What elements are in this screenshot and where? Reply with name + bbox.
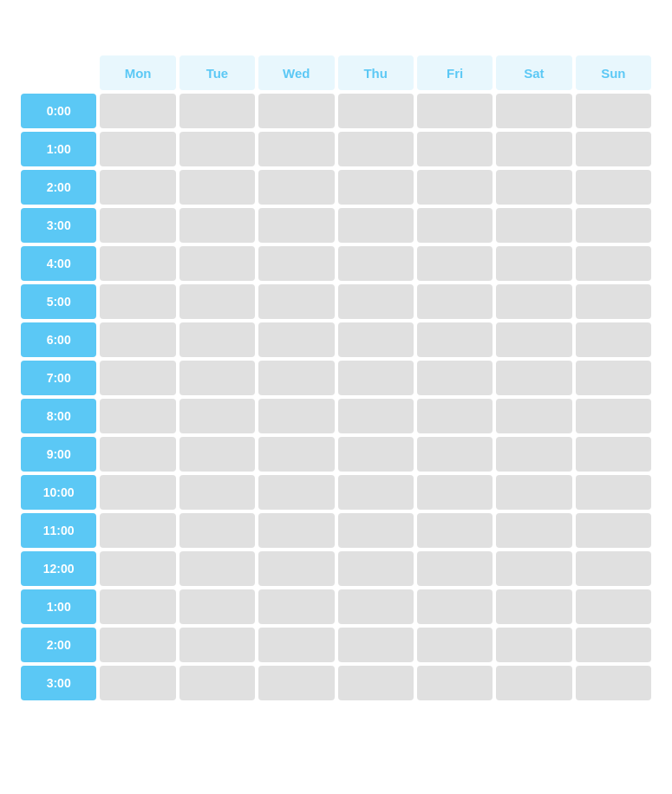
day-cell[interactable] (258, 361, 334, 395)
day-cell[interactable] (100, 322, 175, 357)
day-cell[interactable] (417, 589, 493, 624)
day-cell[interactable] (576, 361, 651, 395)
day-cell[interactable] (100, 208, 175, 243)
day-cell[interactable] (258, 132, 334, 166)
day-cell[interactable] (338, 284, 414, 319)
day-cell[interactable] (258, 399, 334, 433)
day-cell[interactable] (496, 475, 571, 510)
day-cell[interactable] (258, 628, 334, 662)
day-cell[interactable] (496, 551, 571, 586)
day-cell[interactable] (496, 361, 571, 395)
day-cell[interactable] (496, 666, 571, 700)
day-cell[interactable] (417, 284, 493, 319)
day-cell[interactable] (338, 322, 414, 357)
day-cell[interactable] (179, 475, 255, 510)
day-cell[interactable] (258, 208, 334, 243)
day-cell[interactable] (417, 94, 493, 128)
day-cell[interactable] (417, 132, 493, 166)
day-cell[interactable] (338, 94, 414, 128)
day-cell[interactable] (100, 551, 175, 586)
day-cell[interactable] (338, 361, 414, 395)
day-cell[interactable] (179, 170, 255, 205)
day-cell[interactable] (576, 132, 651, 166)
day-cell[interactable] (258, 322, 334, 357)
day-cell[interactable] (496, 284, 571, 319)
day-cell[interactable] (576, 208, 651, 243)
day-cell[interactable] (338, 132, 414, 166)
day-cell[interactable] (338, 513, 414, 548)
day-cell[interactable] (179, 399, 255, 433)
day-cell[interactable] (417, 513, 493, 548)
day-cell[interactable] (496, 322, 571, 357)
day-cell[interactable] (417, 666, 493, 700)
day-cell[interactable] (100, 94, 175, 128)
day-cell[interactable] (417, 322, 493, 357)
day-cell[interactable] (496, 628, 571, 662)
day-cell[interactable] (576, 513, 651, 548)
day-cell[interactable] (417, 361, 493, 395)
day-cell[interactable] (576, 246, 651, 281)
day-cell[interactable] (179, 322, 255, 357)
day-cell[interactable] (576, 628, 651, 662)
day-cell[interactable] (338, 170, 414, 205)
day-cell[interactable] (338, 551, 414, 586)
day-cell[interactable] (338, 246, 414, 281)
day-cell[interactable] (417, 551, 493, 586)
day-cell[interactable] (338, 437, 414, 472)
day-cell[interactable] (100, 666, 175, 700)
day-cell[interactable] (338, 208, 414, 243)
day-cell[interactable] (496, 132, 571, 166)
day-cell[interactable] (417, 170, 493, 205)
day-cell[interactable] (576, 589, 651, 624)
day-cell[interactable] (179, 437, 255, 472)
day-cell[interactable] (258, 551, 334, 586)
day-cell[interactable] (100, 132, 175, 166)
day-cell[interactable] (417, 208, 493, 243)
day-cell[interactable] (417, 246, 493, 281)
day-cell[interactable] (179, 628, 255, 662)
day-cell[interactable] (258, 170, 334, 205)
day-cell[interactable] (576, 284, 651, 319)
day-cell[interactable] (179, 94, 255, 128)
day-cell[interactable] (496, 94, 571, 128)
day-cell[interactable] (258, 284, 334, 319)
day-cell[interactable] (100, 437, 175, 472)
day-cell[interactable] (100, 513, 175, 548)
day-cell[interactable] (338, 399, 414, 433)
day-cell[interactable] (179, 551, 255, 586)
day-cell[interactable] (179, 589, 255, 624)
day-cell[interactable] (100, 589, 175, 624)
day-cell[interactable] (417, 399, 493, 433)
day-cell[interactable] (179, 208, 255, 243)
day-cell[interactable] (496, 589, 571, 624)
day-cell[interactable] (258, 475, 334, 510)
day-cell[interactable] (179, 132, 255, 166)
day-cell[interactable] (496, 437, 571, 472)
day-cell[interactable] (338, 666, 414, 700)
day-cell[interactable] (179, 513, 255, 548)
day-cell[interactable] (576, 399, 651, 433)
day-cell[interactable] (576, 437, 651, 472)
day-cell[interactable] (100, 284, 175, 319)
day-cell[interactable] (338, 628, 414, 662)
day-cell[interactable] (100, 246, 175, 281)
day-cell[interactable] (576, 94, 651, 128)
day-cell[interactable] (100, 628, 175, 662)
day-cell[interactable] (496, 246, 571, 281)
day-cell[interactable] (100, 475, 175, 510)
day-cell[interactable] (179, 246, 255, 281)
day-cell[interactable] (576, 475, 651, 510)
day-cell[interactable] (338, 589, 414, 624)
day-cell[interactable] (338, 475, 414, 510)
day-cell[interactable] (576, 170, 651, 205)
day-cell[interactable] (100, 170, 175, 205)
day-cell[interactable] (496, 208, 571, 243)
day-cell[interactable] (258, 666, 334, 700)
day-cell[interactable] (100, 399, 175, 433)
day-cell[interactable] (258, 94, 334, 128)
day-cell[interactable] (417, 475, 493, 510)
day-cell[interactable] (496, 513, 571, 548)
day-cell[interactable] (417, 628, 493, 662)
day-cell[interactable] (100, 361, 175, 395)
day-cell[interactable] (576, 666, 651, 700)
